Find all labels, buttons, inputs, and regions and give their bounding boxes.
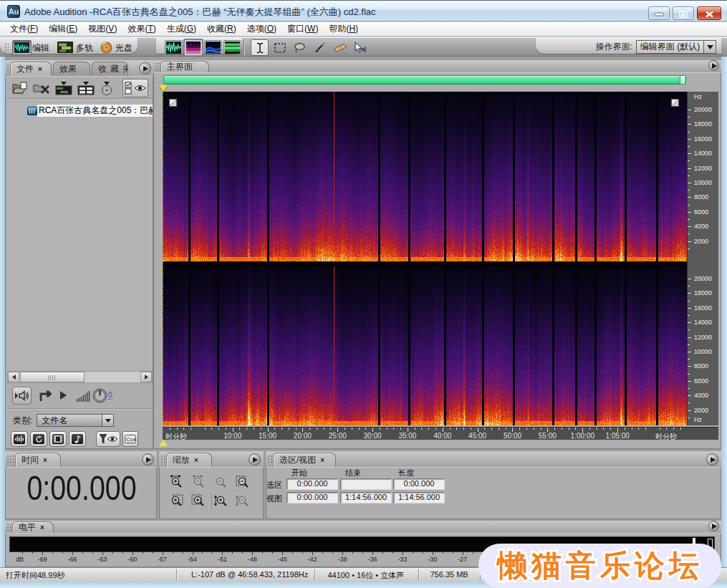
waveform-display-button[interactable] bbox=[165, 40, 183, 55]
sel-field-start[interactable]: 0:00.000 bbox=[287, 492, 338, 503]
filter-display-button[interactable] bbox=[96, 431, 120, 447]
spot-healing-brush-tool[interactable] bbox=[331, 39, 349, 56]
menu-W[interactable]: 窗口(W) bbox=[283, 21, 322, 37]
range-bar-handle[interactable] bbox=[680, 76, 685, 84]
file-list-item[interactable]: RCA百张古典名盘之005：巴赫 bbox=[7, 105, 153, 117]
maximize-button[interactable] bbox=[673, 6, 694, 20]
sel-field-start[interactable]: 0:00.000 bbox=[287, 478, 338, 490]
vertical-zoom-handle-left[interactable] bbox=[169, 99, 177, 107]
menu-V[interactable]: 视图(V) bbox=[84, 21, 121, 37]
insert-multitrack-icon[interactable] bbox=[55, 81, 72, 95]
scrub-tool[interactable] bbox=[351, 39, 369, 56]
cue-list-button[interactable]: Cue bbox=[122, 431, 138, 447]
playhead-line[interactable] bbox=[163, 92, 163, 425]
volume-bars-icon[interactable] bbox=[77, 390, 91, 402]
zoom-in-horizontal-button[interactable] bbox=[166, 473, 186, 491]
show-midi-toggle[interactable] bbox=[69, 431, 86, 447]
levels-panel-menu-button[interactable] bbox=[708, 521, 719, 531]
insert-cd-list-icon[interactable] bbox=[77, 81, 95, 95]
marquee-selection-tool[interactable] bbox=[271, 39, 289, 56]
frequency-ruler[interactable]: Hz20000180001600014000120001000080006000… bbox=[687, 92, 718, 425]
menu-E[interactable]: 编辑(E) bbox=[44, 21, 82, 37]
zoom-out-horizontal-button[interactable] bbox=[188, 473, 208, 491]
selection-marker-bottom[interactable] bbox=[159, 440, 168, 446]
scroll-left-arrow[interactable] bbox=[8, 372, 19, 382]
range-navigation-bar[interactable] bbox=[163, 75, 686, 85]
timeline-ruler[interactable]: 时分秒时分秒10:0015:0020:0025:0030:0035:0040:0… bbox=[163, 427, 718, 440]
edit-view-button[interactable] bbox=[12, 40, 32, 55]
play-icon[interactable] bbox=[60, 391, 67, 400]
time-selection-tool[interactable] bbox=[251, 39, 269, 56]
menu-R[interactable]: 收藏(R) bbox=[203, 21, 241, 37]
tab-close-icon[interactable]: × bbox=[43, 456, 47, 464]
tab-favorites[interactable]: 收藏夹 bbox=[92, 62, 128, 76]
main-panel-menu-button[interactable] bbox=[708, 60, 719, 71]
auto-play-button[interactable] bbox=[12, 387, 32, 405]
tab-levels[interactable]: 电平 × bbox=[12, 521, 54, 532]
cd-icon[interactable] bbox=[100, 42, 112, 54]
zoom-full-button[interactable] bbox=[211, 473, 231, 491]
zoom-selection-left-button[interactable] bbox=[166, 492, 186, 509]
volume-knob-icon[interactable] bbox=[92, 388, 107, 403]
scroll-right-arrow[interactable] bbox=[140, 372, 152, 382]
vertical-zoom-handle-right[interactable] bbox=[671, 99, 679, 107]
edit-view-label[interactable]: 编辑 bbox=[32, 42, 49, 54]
loop-play-icon[interactable] bbox=[39, 390, 54, 403]
tab-close-icon[interactable]: × bbox=[40, 524, 44, 531]
category-combo[interactable]: 文件名 bbox=[37, 414, 102, 427]
tab-effects[interactable]: 效果 bbox=[53, 62, 90, 76]
show-audio-toggle[interactable] bbox=[11, 431, 28, 447]
workspace-combo-arrow[interactable] bbox=[704, 40, 716, 54]
multitrack-icon[interactable] bbox=[57, 42, 73, 53]
sel-field-length[interactable]: 0:00.000 bbox=[393, 478, 445, 490]
import-file-icon[interactable] bbox=[12, 82, 28, 95]
volume-value[interactable]: 0 bbox=[108, 391, 112, 400]
menu-O[interactable]: 选项(O) bbox=[243, 21, 281, 37]
toolbar-grip[interactable] bbox=[4, 43, 9, 53]
spectrogram-canvas[interactable] bbox=[163, 92, 687, 425]
zoom-panel-menu-button[interactable] bbox=[249, 453, 261, 466]
workspace-combo[interactable]: 编辑界面 (默认) bbox=[636, 40, 704, 54]
effects-paintbrush-tool[interactable] bbox=[311, 39, 329, 56]
spectral-display[interactable] bbox=[163, 92, 687, 425]
close-file-icon[interactable] bbox=[33, 82, 50, 95]
spectral-frequency-button[interactable] bbox=[184, 39, 203, 56]
show-video-toggle[interactable] bbox=[49, 431, 67, 447]
file-list-hscrollbar[interactable] bbox=[7, 371, 153, 383]
insert-cd-icon[interactable] bbox=[100, 81, 114, 95]
sel-field-length[interactable]: 1:14:56.000 bbox=[393, 492, 445, 503]
menu-G[interactable]: 生成(G) bbox=[163, 21, 201, 37]
tab-main-interface[interactable]: 主界面 bbox=[160, 61, 209, 72]
minimize-button[interactable] bbox=[648, 6, 670, 20]
selection-panel-menu-button[interactable] bbox=[706, 453, 718, 466]
tab-close-icon[interactable]: × bbox=[38, 65, 42, 73]
zoom-in-vertical-button[interactable] bbox=[211, 492, 231, 509]
tab-close-icon[interactable]: × bbox=[194, 456, 198, 464]
sel-field-end[interactable]: 1:14:56.000 bbox=[340, 492, 392, 503]
menu-T[interactable]: 效果(T) bbox=[123, 21, 160, 37]
sel-field-end[interactable] bbox=[340, 478, 392, 490]
files-dock-menu-button[interactable] bbox=[139, 62, 151, 74]
multitrack-view-label[interactable]: 多轨 bbox=[76, 42, 93, 54]
time-panel-menu-button[interactable] bbox=[142, 453, 154, 466]
zoom-out-vertical-button[interactable] bbox=[233, 492, 253, 509]
selection-marker-top[interactable] bbox=[159, 85, 168, 92]
category-combo-arrow[interactable] bbox=[102, 414, 114, 427]
cd-view-label[interactable]: 光盘 bbox=[115, 42, 133, 54]
tab-close-icon[interactable]: × bbox=[320, 456, 324, 464]
lasso-selection-tool[interactable] bbox=[291, 39, 309, 56]
zoom-to-selection-button[interactable] bbox=[233, 473, 253, 491]
show-loops-toggle[interactable] bbox=[30, 431, 47, 447]
menu-H[interactable]: 帮助(H) bbox=[324, 21, 362, 37]
tab-time[interactable]: 时间 × bbox=[15, 453, 61, 467]
tab-zoom[interactable]: 缩放 × bbox=[166, 453, 212, 467]
close-button[interactable] bbox=[697, 6, 721, 20]
menu-F[interactable]: 文件(F) bbox=[6, 21, 42, 37]
zoom-selection-right-button[interactable] bbox=[188, 492, 208, 509]
file-panel-options-button[interactable] bbox=[122, 79, 148, 97]
spectral-pan-button[interactable] bbox=[204, 40, 222, 55]
tab-selection-view[interactable]: 选区/视图 × bbox=[273, 453, 336, 467]
tab-files[interactable]: 文件 × bbox=[10, 62, 52, 76]
spectral-phase-button[interactable] bbox=[223, 40, 241, 55]
scrollbar-thumb[interactable] bbox=[20, 372, 85, 382]
